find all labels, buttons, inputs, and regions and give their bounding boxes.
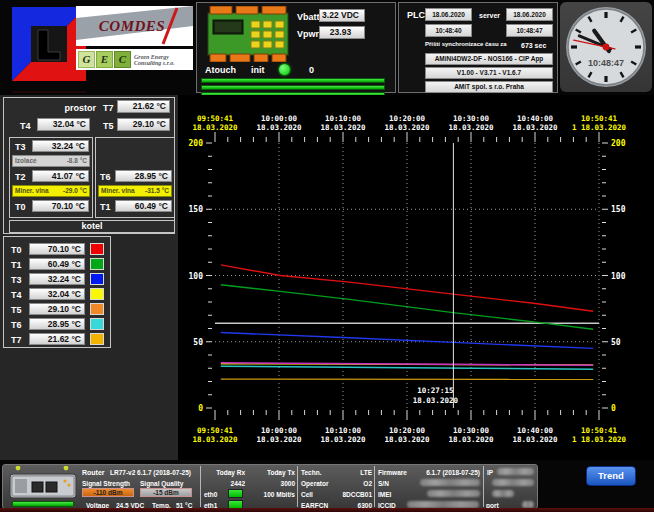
atouch-status-led [279,64,290,75]
miner-vlna-right-label: Miner. vlna [101,186,135,196]
trend-button[interactable]: Trend [586,466,636,486]
izolace-row: Izolace -8.8 °C [12,155,90,167]
svg-text:10:50:41: 10:50:41 [581,114,618,123]
vendor-info: AMiT spol. s r.o. Praha [425,81,553,93]
svg-text:18.03.2020: 18.03.2020 [384,435,430,444]
server-date: 18.06.2020 [506,8,553,21]
svg-text:18.03.2020: 18.03.2020 [512,435,558,444]
router-label: Router [82,467,105,478]
svg-text:10:00:00: 10:00:00 [261,114,298,123]
svg-text:150: 150 [189,205,204,214]
vbatt-label: Vbatt [297,11,320,23]
analog-clock: 10:48:47 [563,4,649,90]
svg-text:100: 100 [189,272,204,281]
plc-device-image [207,6,289,62]
clock-center-cap [603,44,610,51]
gec-letter-g: G [78,51,95,68]
t4-value: 32.04 °C [37,118,90,131]
vpwr-label: Vpwr [297,28,319,40]
signal-strength-value: -110 dBm [82,488,134,497]
t4-label: T4 [20,120,31,132]
svg-text:10:50:41: 10:50:41 [581,426,618,435]
legend-t3-label: T3 [11,274,22,286]
t6-label: T6 [100,171,111,183]
imei-value-redacted [427,490,480,497]
comm-progress-bar-1 [201,78,385,83]
legend-row-t7: T7 21.62 °C [4,333,112,346]
izolace-value: -8.8 °C [67,156,87,166]
izolace-label: Izolace [15,156,37,166]
legend-row-t5: T5 29.10 °C [4,303,112,316]
router-model: LR77-v2 6.1.7 (2018-07-25) [110,467,191,478]
svg-text:50: 50 [193,338,203,347]
kotel-box: kotel [9,220,175,233]
clock-digital-time: 10:48:47 [588,58,624,68]
router-status-bar [12,501,74,507]
clock-panel: 10:48:47 [560,2,652,92]
svg-text:200: 200 [611,139,626,148]
plc-date: 18.06.2020 [425,8,472,21]
iccid-value-redacted [407,501,479,508]
plc-info-panel: PLC 18.06.2020 server 18.06.2020 10:48:4… [398,2,558,93]
trend-chart[interactable]: 09:50:4118.03.202009:50:4118.03.202010:0… [178,95,654,460]
legend-t5-label: T5 [11,304,22,316]
t1-label: T1 [100,201,111,213]
svg-text:18.03.2020: 18.03.2020 [192,435,238,444]
ip-label: IP [487,467,493,478]
comdes-text: COMDES [99,18,165,34]
device-info: AMiNi4DW2-DF - NOS166 - CIP App [425,53,553,65]
svg-text:18.03.2020: 18.03.2020 [413,396,459,405]
legend-t0-label: T0 [11,244,22,256]
svg-text:150: 150 [611,205,626,214]
trend-chart-panel[interactable]: 09:50:4118.03.202009:50:4118.03.202010:0… [178,95,654,460]
today-rx-value: 2442 [205,478,245,489]
cell-label: Cell [301,489,313,500]
ip-value-redacted [497,468,534,475]
eth-speed: 100 Mbit/s [252,489,295,500]
svg-text:10:40:00: 10:40:00 [517,114,554,123]
server-time: 10:48:47 [506,24,553,37]
trend-line-T6 [221,366,593,369]
header: COMDES G E C Green Energy Consulting s.r… [0,0,654,94]
firmware-label: Firmware [378,467,407,478]
kotel-label: kotel [10,221,174,232]
operator-label: Operator [301,478,328,489]
prostor-label: prostor [34,102,96,114]
cell-value: 8DCCB01 [332,489,372,500]
imei-label: IMEI [378,489,391,500]
legend-row-t4: T4 32.04 °C [4,288,112,301]
legend-t6-swatch [90,318,104,330]
legend-t3-swatch [90,273,104,285]
atouch-label: Atouch [205,64,236,76]
svg-text:10:27:15: 10:27:15 [417,386,453,395]
svg-text:10:20:00: 10:20:00 [389,426,426,435]
gec-letter-e: E [96,51,113,68]
gec-letter-c: C [114,51,131,68]
svg-text:10:30:00: 10:30:00 [453,114,490,123]
legend-t7-swatch [90,333,104,345]
miner-vlna-left-value: -29.0 °C [63,186,87,196]
legend-row-t6: T6 28.95 °C [4,318,112,331]
plc-device-panel: Vbatt 3.22 VDC Vpwr 23.93 VDC Atouch ini… [196,2,396,93]
router-image [8,466,78,500]
gec-logo: G E C Green Energy Consulting s.r.o. [76,49,193,70]
today-tx-label: Today Tx [255,467,295,478]
t5-value: 29.10 °C [117,118,170,131]
t0-value: 70.10 °C [32,200,89,212]
eth0-status-led [228,489,243,498]
legend-t5-swatch [90,303,104,315]
t0-label: T0 [15,201,26,213]
svg-text:10:40:00: 10:40:00 [517,426,554,435]
footer-divider-1 [200,466,201,507]
miner-vlna-right-row: Miner. vlna -31.5 °C [98,185,172,197]
sn-label: S/N [378,478,389,489]
atouch-counter: 0 [309,64,314,76]
legend-t7-label: T7 [11,334,22,346]
svg-text:18.03.2020: 18.03.2020 [192,123,238,132]
trend-legend-panel: T0 70.10 °C T1 60.49 °C T3 32.24 °C T4 3… [3,236,111,348]
t7-value: 21.62 °C [117,100,170,113]
svg-text:18.03.2020: 18.03.2020 [448,435,494,444]
svg-text:09:50:41: 09:50:41 [197,114,234,123]
t3-value: 32.24 °C [32,140,89,152]
svg-text:100: 100 [611,272,626,281]
